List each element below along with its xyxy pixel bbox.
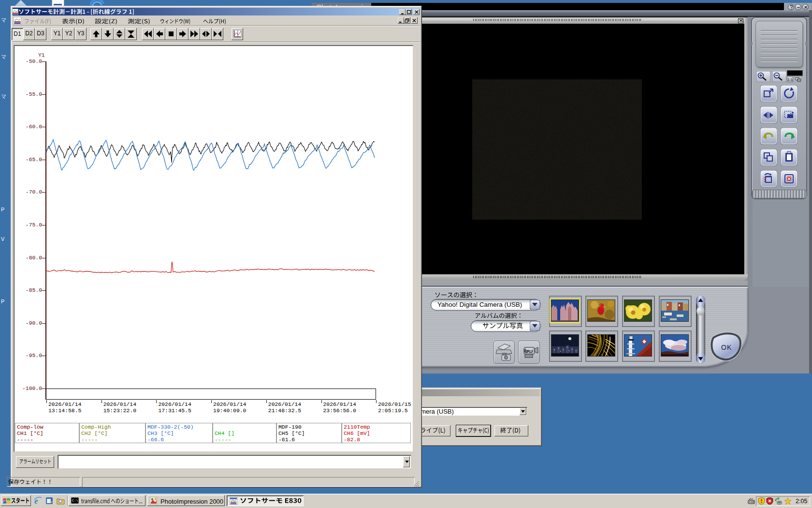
svg-text:C:\: C:\ [72, 499, 78, 503]
svg-text:OK: OK [721, 344, 732, 351]
